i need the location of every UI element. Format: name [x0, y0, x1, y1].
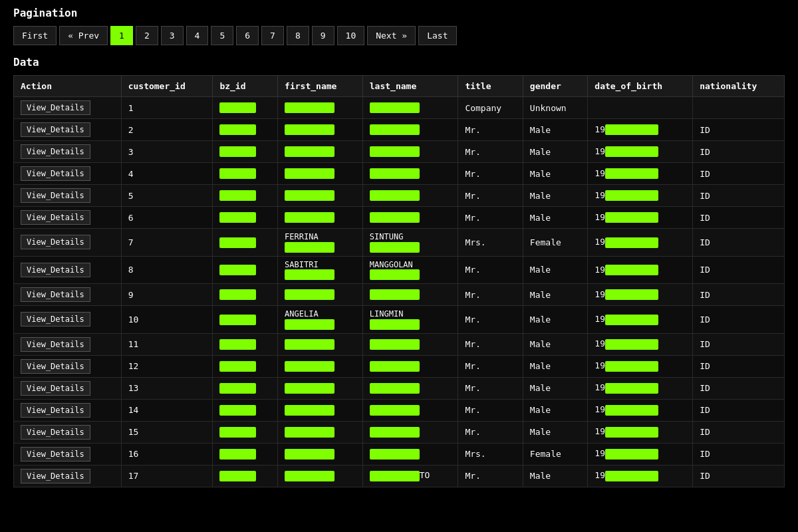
page-button-7[interactable]: 7: [261, 26, 284, 45]
page-button-1[interactable]: 1: [110, 26, 133, 45]
dob-partial: 19: [595, 146, 605, 156]
dob-partial: 19: [595, 124, 605, 134]
title-cell: Mrs.: [458, 443, 523, 465]
redacted-last-name: [370, 124, 420, 135]
col-header-gender: gender: [523, 76, 587, 97]
view-details-button[interactable]: View_Details: [21, 425, 90, 440]
title-cell: Company: [458, 97, 523, 119]
redacted-bz-id: [219, 190, 256, 201]
bz-id-cell: [213, 141, 278, 163]
nationality-cell: [693, 97, 785, 119]
gender-cell: Male: [523, 207, 587, 229]
redacted-first-name: [285, 319, 334, 330]
bz-id-cell: [213, 465, 278, 487]
bz-id-cell: [213, 185, 278, 207]
dob-partial: 19: [595, 360, 605, 370]
page-button-2[interactable]: 2: [136, 26, 158, 45]
bz-id-cell: [213, 333, 278, 355]
redacted-bz-id: [219, 265, 256, 275]
last-name-cell: [362, 355, 458, 377]
last-name-cell: [362, 399, 458, 421]
view-details-button[interactable]: View_Details: [21, 337, 90, 352]
view-details-button[interactable]: View_Details: [21, 100, 90, 115]
gender-cell: Male: [523, 377, 587, 399]
view-details-button[interactable]: View_Details: [21, 210, 90, 225]
first-name-cell: [278, 97, 363, 119]
table-row: View_Details10ANGELIALINGMINMr.Male19ID: [14, 306, 785, 334]
col-header-last_name: last_name: [362, 76, 458, 97]
dob-cell: 19: [588, 399, 693, 421]
view-details-button[interactable]: View_Details: [21, 122, 90, 137]
dob-cell: 19: [588, 185, 693, 207]
view-details-button[interactable]: View_Details: [21, 235, 90, 249]
table-row: View_Details15Mr.Male19ID: [14, 421, 785, 443]
page-button-Next[interactable]: Next »: [367, 26, 416, 45]
table-row: View_Details17TOMr.Male19ID: [14, 465, 785, 487]
customer-id-cell: 13: [121, 377, 213, 399]
redacted-bz-id: [219, 405, 256, 416]
view-details-button[interactable]: View_Details: [21, 312, 90, 327]
title-cell: Mr.: [458, 355, 523, 377]
customer-id-cell: 3: [121, 141, 213, 163]
col-header-bz_id: bz_id: [213, 76, 278, 97]
redacted-last-name: [370, 289, 420, 300]
page-button-10[interactable]: 10: [337, 26, 365, 45]
view-details-button[interactable]: View_Details: [21, 287, 90, 302]
nationality-cell: ID: [693, 207, 785, 229]
view-details-button[interactable]: View_Details: [21, 263, 90, 277]
page-button-First[interactable]: First: [13, 26, 57, 45]
title-cell: Mr.: [458, 421, 523, 443]
redacted-dob: [605, 289, 658, 300]
dob-cell: [588, 97, 693, 119]
page-button-6[interactable]: 6: [236, 26, 259, 45]
page-button-Last[interactable]: Last: [418, 26, 456, 45]
redacted-bz-id: [219, 471, 256, 481]
view-details-button[interactable]: View_Details: [21, 144, 90, 159]
redacted-dob: [605, 168, 658, 179]
gender-cell: Male: [523, 306, 587, 334]
customer-id-cell: 5: [121, 185, 213, 207]
col-header-first_name: first_name: [278, 76, 363, 97]
nationality-cell: ID: [693, 399, 785, 421]
first-name-cell: [278, 355, 363, 377]
view-details-button[interactable]: View_Details: [21, 381, 90, 396]
customer-id-cell: 12: [121, 355, 213, 377]
redacted-first-name: [285, 124, 334, 135]
table-row: View_Details4Mr.Male19ID: [14, 163, 785, 185]
customer-id-cell: 7: [121, 229, 213, 257]
view-details-button[interactable]: View_Details: [21, 188, 90, 203]
redacted-last-name: [370, 339, 420, 350]
redacted-first-name: [285, 361, 334, 372]
table-row: View_Details16Mrs.Female19ID: [14, 443, 785, 465]
col-header-nationality: nationality: [693, 76, 785, 97]
data-title: Data: [13, 56, 785, 68]
page-button-8[interactable]: 8: [287, 26, 309, 45]
col-header-customer_id: customer_id: [121, 76, 213, 97]
gender-cell: Male: [523, 163, 587, 185]
last-name-cell: [362, 333, 458, 355]
redacted-bz-id: [219, 124, 256, 135]
page-button-3[interactable]: 3: [161, 26, 184, 45]
title-cell: Mr.: [458, 185, 523, 207]
first-name-cell: [278, 443, 363, 465]
page-button-5[interactable]: 5: [211, 26, 233, 45]
redacted-last-name: [370, 146, 420, 157]
col-header-date_of_birth: date_of_birth: [588, 76, 693, 97]
table-row: View_Details14Mr.Male19ID: [14, 399, 785, 421]
gender-cell: Male: [523, 333, 587, 355]
table-row: View_Details11Mr.Male19ID: [14, 333, 785, 355]
view-details-button[interactable]: View_Details: [21, 166, 90, 181]
page-button-9[interactable]: 9: [312, 26, 334, 45]
view-details-button[interactable]: View_Details: [21, 403, 90, 418]
view-details-button[interactable]: View_Details: [21, 447, 90, 462]
first-name-cell: [278, 333, 363, 355]
page-button-4[interactable]: 4: [186, 26, 209, 45]
first-name-cell: [278, 141, 363, 163]
nationality-cell: ID: [693, 141, 785, 163]
redacted-first-name: [285, 339, 334, 350]
customer-id-cell: 2: [121, 119, 213, 141]
view-details-button[interactable]: View_Details: [21, 469, 90, 483]
nationality-cell: ID: [693, 355, 785, 377]
page-button-Prev[interactable]: « Prev: [59, 26, 108, 45]
view-details-button[interactable]: View_Details: [21, 359, 90, 374]
